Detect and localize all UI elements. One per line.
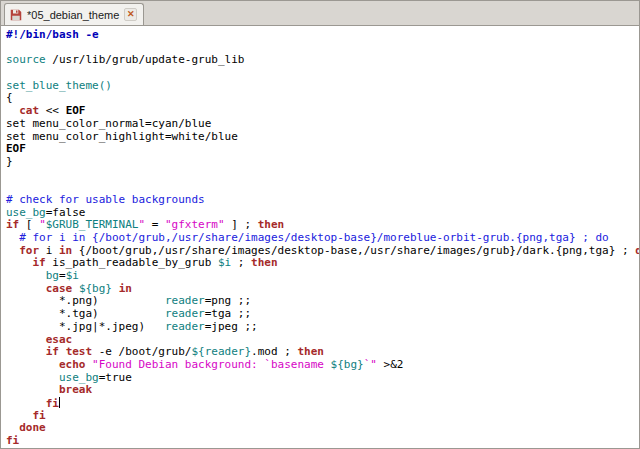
code-token: "Found Debian background: [92,358,264,371]
code-token [6,282,46,295]
text-cursor [59,397,60,408]
code-token: reader [165,320,205,333]
code-line: set menu_color_highlight=white/blue [6,131,639,144]
unsaved-document-icon [10,9,22,21]
code-token: for [19,244,39,257]
code-token: $GRUB_TERMINAL [46,218,139,231]
code-token: test [66,345,93,358]
code-token [6,333,46,346]
code-line: fi [6,397,639,410]
code-token: /usr/lib/grub/update-grub_lib [46,53,245,66]
code-token: `basename [264,358,330,371]
code-line: *.jpg|*.jpeg) reader=jpeg ;; [6,321,639,334]
code-line: EOF [6,143,639,156]
editor-window: *05_debian_theme ✕ #!/bin/bash -esource … [0,0,640,449]
code-token: `" [364,358,377,371]
code-token: reader [165,307,205,320]
code-token: { [6,91,13,104]
code-line: set_blue_theme() [6,80,639,93]
code-token: *.jpg|*.jpeg) [6,320,165,333]
code-line: fi [6,410,639,423]
code-token: then [251,256,278,269]
code-token: in [59,244,72,257]
code-token: set_blue_theme() [6,79,112,92]
code-token: " [39,218,46,231]
code-token [59,345,66,358]
code-token: do [635,244,639,257]
code-token [6,104,19,117]
code-token [6,256,33,269]
code-token: ${reader} [191,345,251,358]
code-token: cat [19,104,39,117]
code-token: esac [46,333,73,346]
code-line: # check for usable backgrounds [6,194,639,207]
code-line: done [6,422,639,435]
code-token: ] ; [225,218,258,231]
code-token [6,371,59,384]
code-token: =jpeg ;; [205,320,258,333]
code-token: << [39,104,66,117]
code-token [6,409,33,422]
code-token: echo [59,358,86,371]
code-token: -e /boot/grub/ [92,345,191,358]
code-token: set menu_color_highlight=white/blue [6,130,238,143]
code-token: fi [46,397,59,410]
code-token: =false [46,206,86,219]
code-token [6,421,19,434]
code-token: =png ;; [205,294,251,307]
code-line: fi [6,435,639,448]
code-token: use_bg [59,371,99,384]
code-token: "gfxterm" [165,218,225,231]
code-token: # for i in {/boot/grub,/usr/share/images… [6,231,609,244]
code-line: source /usr/lib/grub/update-grub_lib [6,54,639,67]
code-token [6,269,46,282]
code-line: if is_path_readable_by_grub $i ; then [6,257,639,270]
code-token: use_bg [6,206,46,219]
code-line: } [6,156,639,169]
code-token: = [145,218,165,231]
code-token [6,244,19,257]
code-token [6,345,46,358]
code-token [112,282,119,295]
tab-05-debian-theme[interactable]: *05_debian_theme ✕ [4,3,144,25]
tab-title: *05_debian_theme [27,9,119,21]
code-token: >&2 [377,358,404,371]
code-line: break [6,384,639,397]
code-token: bg [46,269,59,282]
code-token [6,358,59,371]
code-token: {/boot/grub,/usr/share/images/desktop-ba… [72,244,635,257]
code-token: case [46,282,73,295]
code-token [72,282,79,295]
code-token: reader [165,294,205,307]
code-token: if [6,218,19,231]
code-token: # check for usable backgrounds [6,193,205,206]
code-token: set menu_color_normal=cyan/blue [6,117,211,130]
code-token: ${bg} [79,282,112,295]
code-line: #!/bin/bash -e [6,29,639,42]
code-token: i [39,244,59,257]
code-token [6,383,59,396]
code-token: *.tga) [6,307,165,320]
code-token: } [6,155,13,168]
code-token: #!/bin/bash -e [6,28,99,41]
code-token: then [297,345,324,358]
code-token: fi [33,409,46,422]
code-token: [ [19,218,39,231]
code-token: *.png) [6,294,165,307]
code-token: break [59,383,92,396]
code-token: in [119,282,132,295]
code-token: ; [231,256,251,269]
code-token: EOF [66,104,86,117]
code-line: { [6,92,639,105]
tab-close-icon[interactable]: ✕ [124,8,137,21]
code-token: = [59,269,66,282]
code-line: use_bg=true [6,372,639,385]
code-token: done [19,421,46,434]
code-token: EOF [6,142,26,155]
code-token: .mod ; [251,345,297,358]
code-area: #!/bin/bash -esource /usr/lib/grub/updat… [1,26,639,448]
code-token: $i [218,256,231,269]
code-token: source [6,53,46,66]
code-token: =tga ;; [205,307,251,320]
code-editor[interactable]: #!/bin/bash -esource /usr/lib/grub/updat… [1,26,639,448]
